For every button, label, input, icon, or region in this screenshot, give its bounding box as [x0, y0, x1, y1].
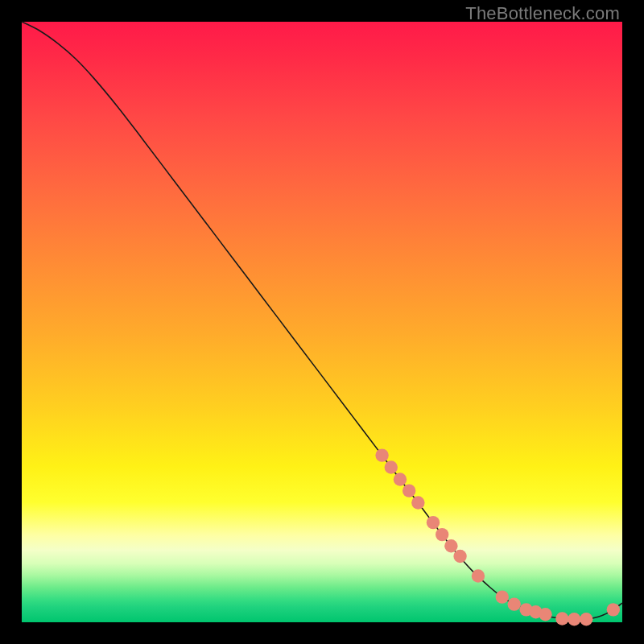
marker-dot	[496, 590, 509, 603]
marker-dot	[402, 484, 415, 497]
marker-dot	[453, 550, 466, 563]
marker-dot	[508, 597, 521, 610]
marker-dot	[568, 613, 580, 625]
marker-dot	[607, 603, 620, 616]
marker-dot	[555, 612, 568, 625]
marker-dot	[394, 473, 407, 485]
chart-frame: TheBottleneck.com	[0, 0, 644, 644]
highlight-markers	[375, 448, 620, 625]
marker-dot	[375, 448, 388, 461]
marker-dot	[444, 539, 457, 552]
chart-overlay	[22, 22, 622, 622]
marker-dot	[580, 613, 592, 625]
marker-dot	[427, 516, 440, 529]
marker-dot	[472, 569, 485, 582]
marker-dot	[539, 608, 551, 621]
marker-dot	[411, 496, 424, 509]
bottleneck-curve	[22, 22, 622, 620]
marker-dot	[436, 528, 448, 541]
marker-dot	[385, 460, 398, 473]
